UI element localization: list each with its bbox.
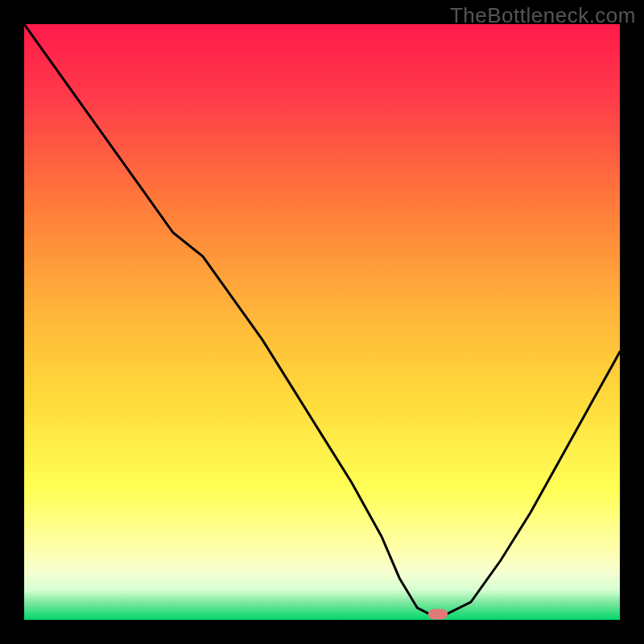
gradient-background xyxy=(24,24,620,620)
chart-svg xyxy=(24,24,620,620)
plot-area xyxy=(24,24,620,620)
optimal-point-marker xyxy=(428,609,448,619)
chart-container: TheBottleneck.com xyxy=(0,0,644,644)
watermark-text: TheBottleneck.com xyxy=(450,3,636,28)
